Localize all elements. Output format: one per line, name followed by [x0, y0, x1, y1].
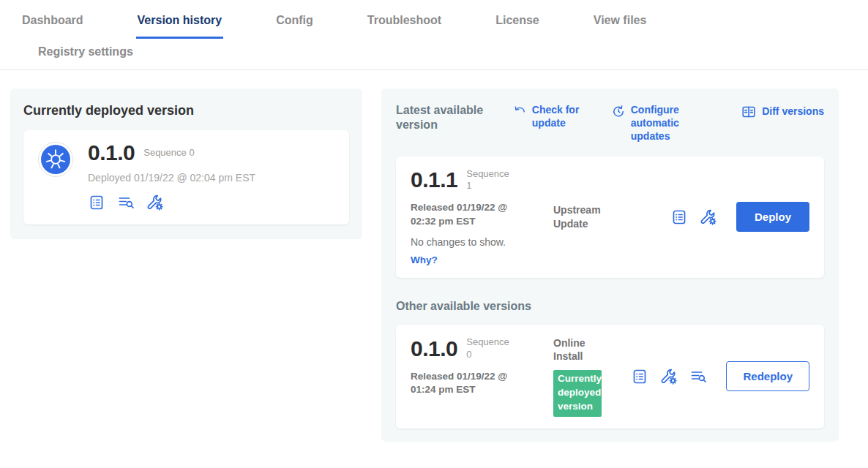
version-history-page: Currently deployed version: [0, 70, 868, 442]
other-sequence-label: Sequence 0: [466, 336, 513, 361]
currently-deployed-badge: Currently deployed version: [553, 370, 602, 416]
refresh-arrow-icon: [512, 104, 527, 129]
tab-version-history[interactable]: Version history: [136, 0, 224, 39]
release-notes-icon[interactable]: [670, 208, 688, 226]
tab-license[interactable]: License: [494, 0, 541, 39]
deployed-version-card: 0.1.0 Sequence 0 Deployed 01/19/22 @ 02:…: [23, 130, 349, 224]
config-icon[interactable]: [700, 208, 717, 226]
latest-version-block: 0.1.1 Sequence 1 Released 01/19/22 @ 02:…: [411, 168, 553, 266]
other-card-icon-row: [631, 368, 707, 385]
release-notes-icon[interactable]: [88, 194, 105, 211]
latest-source-block: Upstream Update: [553, 203, 624, 230]
check-for-update-label: Check for update: [532, 103, 580, 129]
other-version-block: 0.1.0 Sequence 0 Released 01/19/22 @ 01:…: [411, 336, 553, 396]
config-icon[interactable]: [146, 194, 164, 211]
available-panel-header: Latest available version Check for updat…: [396, 103, 824, 143]
tab-troubleshoot[interactable]: Troubleshoot: [366, 0, 443, 39]
deployed-card-body: 0.1.0 Sequence 0 Deployed 01/19/22 @ 02:…: [88, 142, 255, 211]
latest-version-number: 0.1.1: [411, 169, 457, 191]
deploy-button[interactable]: Deploy: [736, 202, 809, 232]
main-nav: Dashboard Version history Config Trouble…: [0, 0, 868, 39]
no-changes-text: No changes to show.: [411, 236, 553, 248]
config-icon[interactable]: [660, 368, 678, 385]
deployed-card-icon-row: [88, 194, 255, 211]
why-link[interactable]: Why?: [411, 254, 438, 265]
release-notes-icon[interactable]: [631, 368, 648, 385]
other-card-actions: Redeploy: [631, 361, 809, 391]
latest-card-icon-row: [670, 208, 717, 226]
tab-dashboard[interactable]: Dashboard: [20, 0, 85, 39]
other-released-timestamp: Released 01/19/22 @ 01:24 pm EST: [411, 370, 522, 396]
latest-version-card: 0.1.1 Sequence 1 Released 01/19/22 @ 02:…: [396, 156, 824, 278]
currently-deployed-panel: Currently deployed version: [10, 88, 362, 239]
deploy-logs-icon[interactable]: [689, 368, 707, 385]
deployed-version-number: 0.1.0: [88, 142, 135, 164]
tab-registry-settings[interactable]: Registry settings: [37, 39, 135, 69]
deployed-timestamp: Deployed 01/19/22 @ 02:04 pm EST: [88, 172, 255, 184]
redeploy-button[interactable]: Redeploy: [726, 361, 809, 391]
other-version-card: 0.1.0 Sequence 0 Released 01/19/22 @ 01:…: [396, 325, 824, 429]
deployed-panel-title: Currently deployed version: [23, 103, 349, 118]
latest-released-timestamp: Released 01/19/22 @ 02:32 pm EST: [411, 201, 522, 227]
configure-automatic-updates-link[interactable]: Configure automatic updates: [611, 103, 710, 143]
available-versions-panel: Latest available version Check for updat…: [381, 88, 839, 442]
other-source-block: Online Install Currently deployed versio…: [553, 336, 624, 417]
other-source-label: Online Install: [553, 336, 609, 363]
deploy-logs-icon[interactable]: [117, 194, 135, 211]
latest-source-label: Upstream Update: [553, 203, 609, 230]
secondary-nav: Registry settings: [0, 39, 868, 69]
tab-view-files[interactable]: View files: [592, 0, 648, 39]
tab-config[interactable]: Config: [274, 0, 315, 39]
configure-automatic-updates-label: Configure automatic updates: [631, 103, 710, 143]
diff-columns-icon: [741, 104, 757, 120]
diff-versions-link[interactable]: Diff versions: [741, 103, 824, 120]
auto-update-clock-icon: [611, 104, 626, 143]
available-panel-title: Latest available version: [396, 103, 493, 132]
check-for-update-link[interactable]: Check for update: [512, 103, 580, 129]
diff-versions-label: Diff versions: [762, 105, 824, 118]
app-header: Dashboard Version history Config Trouble…: [0, 0, 868, 70]
other-version-number: 0.1.0: [411, 338, 457, 360]
latest-card-actions: Deploy: [670, 202, 809, 232]
other-versions-title: Other available versions: [396, 300, 824, 313]
deployed-sequence-label: Sequence 0: [143, 147, 194, 159]
kubernetes-logo-icon: [38, 142, 73, 177]
latest-sequence-label: Sequence 1: [466, 168, 513, 193]
